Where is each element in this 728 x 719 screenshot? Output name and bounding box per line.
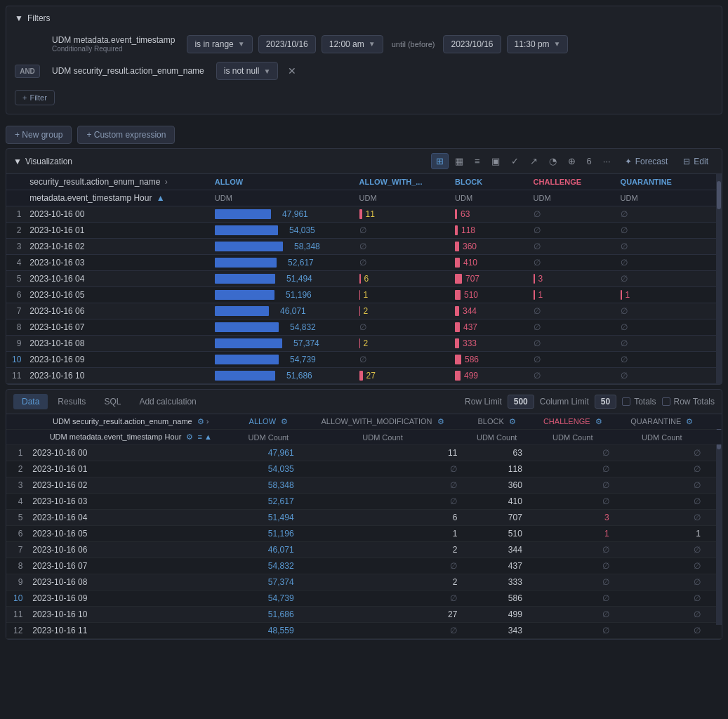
row-ts: 2023-10-16 02	[24, 239, 209, 255]
bt-challenge-settings-icon[interactable]: ⚙	[595, 417, 602, 426]
row-challenge: ∅	[528, 352, 615, 368]
bottom-table-row: 10 2023-10-16 09 54,739 ∅ 586 ∅ ∅	[6, 591, 722, 607]
bt-row-ts: 2023-10-16 06	[25, 542, 236, 558]
bt-row-block: 707	[464, 510, 529, 526]
viz-line-icon[interactable]: ≡	[470, 153, 485, 169]
bottom-table-container: UDM security_result.action_enum_name ⚙ ›…	[6, 414, 722, 639]
bt-row-block: 63	[464, 445, 529, 461]
bt-allow-settings-icon[interactable]: ⚙	[281, 417, 288, 426]
bt-row-num: 10	[6, 591, 25, 607]
bt-ts-settings-icon[interactable]: ⚙	[186, 433, 193, 441]
row-totals-label: Row Totals	[674, 397, 715, 407]
bt-allow-mod-settings-icon[interactable]: ⚙	[437, 417, 444, 426]
row-allow-mod: 1	[354, 287, 449, 303]
bt-row-challenge: ∅	[529, 558, 616, 574]
row-allow: 54,832	[209, 319, 354, 336]
bottom-panel: Data Results SQL Add calculation Row Lim…	[6, 389, 722, 640]
row-limit-value[interactable]: 500	[508, 395, 534, 409]
viz-pin-icon[interactable]: ⊕	[563, 153, 581, 169]
bt-row-block: 510	[464, 526, 529, 542]
bottom-scrollbar[interactable]	[716, 414, 722, 625]
bt-row-allow: 47,961	[236, 445, 300, 461]
row-allow: 51,196	[209, 287, 354, 303]
bt-row-allow: 51,686	[236, 607, 300, 623]
bottom-table-row: 5 2023-10-16 04 51,494 6 707 3 ∅	[6, 510, 722, 526]
custom-expression-button[interactable]: + Custom expression	[77, 126, 175, 144]
row-challenge: ∅	[528, 255, 615, 271]
bt-row-ts: 2023-10-16 11	[25, 623, 236, 639]
row-num: 7	[6, 303, 24, 319]
edit-button[interactable]: ⊟ Edit	[677, 154, 715, 169]
bottom-table: UDM security_result.action_enum_name ⚙ ›…	[6, 414, 722, 639]
new-group-button[interactable]: + New group	[6, 126, 72, 144]
and-badge: AND	[15, 65, 40, 78]
filter2-operator[interactable]: is not null ▼	[216, 62, 279, 80]
add-filter-button[interactable]: + Filter	[15, 90, 55, 105]
viz-title-label: Visualization	[25, 157, 72, 166]
filter1-time1[interactable]: 12:00 am ▼	[322, 35, 383, 53]
bt-row-num: 11	[6, 607, 25, 623]
forecast-label: Forecast	[635, 157, 668, 166]
bt-row-challenge: ∅	[529, 461, 616, 477]
bt-block-settings-icon[interactable]: ⚙	[509, 417, 516, 426]
filters-header[interactable]: ▼ Filters	[15, 13, 713, 23]
viz-table-row: 4 2023-10-16 03 52,617 ∅ 410 ∅	[6, 255, 722, 271]
totals-check[interactable]: Totals	[622, 397, 656, 407]
add-filter-label: Filter	[29, 93, 46, 102]
filters-panel: ▼ Filters UDM metadata.event_timestamp C…	[6, 6, 722, 114]
bt-row-challenge: ∅	[529, 542, 616, 558]
bt-row-quarantine: ∅	[616, 461, 708, 477]
row-ts: 2023-10-16 06	[24, 303, 209, 319]
bt-dim-settings-icon[interactable]: ⚙	[197, 417, 204, 426]
bt-row-quarantine: ∅	[616, 477, 708, 494]
row-totals-check[interactable]: Row Totals	[662, 397, 715, 407]
tab-sql[interactable]: SQL	[95, 394, 129, 409]
tab-results[interactable]: Results	[49, 394, 94, 409]
bt-row-quarantine: ∅	[616, 574, 708, 591]
col-block-header: BLOCK	[455, 178, 482, 186]
bt-row-challenge: 1	[529, 526, 616, 542]
viz-num-icon[interactable]: 6	[582, 153, 597, 169]
viz-more-icon[interactable]: ···	[598, 153, 616, 169]
viz-check-icon[interactable]: ✓	[506, 153, 524, 169]
viz-table-row: 5 2023-10-16 04 51,494 6 707 3	[6, 271, 722, 287]
viz-table-icon[interactable]: ⊞	[431, 153, 449, 169]
viz-area-icon[interactable]: ▣	[487, 153, 505, 169]
filter1-time2[interactable]: 11:30 pm ▼	[507, 35, 569, 53]
forecast-button[interactable]: ✦ Forecast	[618, 154, 675, 169]
col-limit-value[interactable]: 50	[595, 395, 616, 409]
viz-scrollbar[interactable]	[716, 174, 722, 384]
bt-row-num: 8	[6, 558, 25, 574]
col-challenge-header: CHALLENGE	[534, 178, 581, 186]
filter1-operator[interactable]: is in range ▼	[187, 35, 252, 53]
totals-checkbox[interactable]	[622, 397, 630, 406]
bt-row-allow: 48,559	[236, 623, 300, 639]
bt-allow-header: ALLOW	[249, 417, 277, 426]
bt-quarantine-header: QUARANTINE	[630, 417, 681, 426]
bt-row-num: 4	[6, 494, 25, 510]
bt-row-ts: 2023-10-16 10	[25, 607, 236, 623]
filters-title: Filters	[27, 13, 51, 23]
row-allow-mod: ∅	[354, 352, 449, 368]
filter2-remove[interactable]: ✕	[284, 64, 300, 78]
filter1-date1[interactable]: 2023/10/16	[258, 35, 316, 53]
bt-row-block: 344	[464, 542, 529, 558]
viz-toolbar: ▼ Visualization ⊞ ▦ ≡ ▣ ✓ ↗ ◔ ⊕ 6 ··· ✦ …	[6, 149, 722, 174]
bt-row-allow: 54,739	[236, 591, 300, 607]
tab-data[interactable]: Data	[13, 394, 48, 409]
tab-add-calculation[interactable]: Add calculation	[131, 394, 204, 409]
bt-row-quarantine: ∅	[616, 494, 708, 510]
row-totals-checkbox[interactable]	[662, 397, 670, 406]
filter1-date2[interactable]: 2023/10/16	[443, 35, 501, 53]
viz-trend-icon[interactable]: ↗	[525, 153, 543, 169]
bt-row-num: 3	[6, 477, 25, 494]
bt-row-block: 499	[464, 607, 529, 623]
bt-quarantine-settings-icon[interactable]: ⚙	[686, 417, 693, 426]
bt-ts-sort-icon[interactable]: ≡ ▲	[197, 433, 211, 441]
row-ts: 2023-10-16 03	[24, 255, 209, 271]
row-block: 410	[449, 255, 528, 271]
viz-bar-icon[interactable]: ▦	[450, 153, 468, 169]
viz-clock-icon[interactable]: ◔	[544, 153, 562, 169]
custom-expression-label: + Custom expression	[86, 130, 166, 140]
bottom-table-row: 1 2023-10-16 00 47,961 11 63 ∅ ∅	[6, 445, 722, 461]
